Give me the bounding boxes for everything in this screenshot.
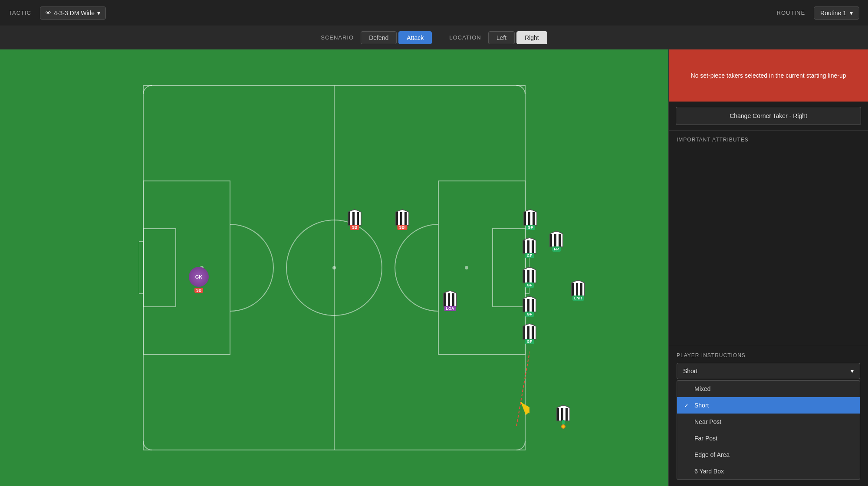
dropdown-item[interactable]: ✓Short [677, 397, 860, 414]
dropdown-checkmark: ✓ [684, 402, 690, 409]
svg-rect-23 [528, 212, 530, 225]
svg-rect-6 [139, 242, 143, 294]
svg-rect-26 [554, 234, 556, 247]
location-label: LOCATION [449, 34, 481, 41]
tactic-selector[interactable]: 👁 4-3-3 DM Wide ▾ [40, 7, 106, 20]
player-field-8[interactable]: GF [520, 323, 539, 342]
svg-rect-29 [527, 240, 529, 253]
corner-dot [561, 424, 566, 429]
gk-badge: SB [194, 288, 204, 293]
tactic-chevron-icon: ▾ [97, 10, 100, 16]
svg-rect-30 [532, 240, 534, 253]
dropdown-item-label: Far Post [694, 435, 717, 442]
svg-line-13 [521, 402, 529, 417]
right-panel: No set-piece takers selected in the curr… [668, 49, 868, 486]
tactic-label: TACTIC [9, 10, 31, 16]
instructions-dropdown-menu: Mixed✓ShortNear PostFar PostEdge of Area… [677, 380, 860, 480]
alert-box: No set-piece takers selected in the curr… [669, 49, 868, 102]
dropdown-item-label: Mixed [694, 385, 710, 392]
player-field-1[interactable]: SBI [393, 209, 412, 228]
pitch-container: GK SB SB SBI GF [0, 49, 668, 486]
svg-rect-21 [404, 212, 407, 225]
dropdown-item[interactable]: Far Post [677, 430, 860, 447]
svg-rect-4 [143, 181, 230, 355]
important-attributes-section: IMPORTANT ATTRIBUTES [669, 130, 868, 153]
dropdown-chevron-icon: ▾ [851, 368, 854, 374]
player-badge: GF [525, 339, 534, 344]
svg-point-11 [465, 266, 468, 269]
topbar: TACTIC 👁 4-3-3 DM Wide ▾ ROUTINE Routine… [0, 0, 868, 26]
svg-rect-20 [400, 212, 402, 225]
player-badge: SB [350, 225, 359, 230]
svg-point-2 [286, 220, 382, 315]
scenario-bar: SCENARIO Defend Attack LOCATION Left Rig… [0, 26, 868, 49]
location-btn-group: Left Right [488, 31, 547, 44]
player-gk[interactable]: GK SB [189, 267, 209, 293]
player-field-7[interactable]: GF [520, 296, 539, 315]
svg-rect-42 [532, 326, 534, 339]
svg-rect-24 [533, 212, 535, 225]
svg-rect-27 [559, 234, 561, 247]
player-instructions-title: PLAYER INSTRUCTIONS [677, 352, 860, 358]
pitch: GK SB SB SBI GF [139, 81, 529, 454]
player-field-0[interactable]: SB [345, 209, 364, 228]
player-field-3[interactable]: FP [547, 231, 566, 250]
dropdown-item-label: Edge of Area [694, 451, 730, 458]
player-badge: GF [526, 225, 535, 230]
dropdown-item-label: Near Post [694, 418, 721, 425]
svg-rect-48 [566, 408, 568, 421]
alert-text: No set-piece takers selected in the curr… [691, 71, 846, 80]
svg-rect-5 [143, 229, 176, 307]
routine-selector[interactable]: Routine 1 ▾ [814, 7, 859, 20]
svg-rect-45 [452, 293, 454, 306]
attack-button[interactable]: Attack [398, 31, 432, 44]
instructions-dropdown-selected[interactable]: Short ▾ [677, 363, 860, 379]
right-button[interactable]: Right [516, 31, 547, 44]
scenario-label: SCENARIO [321, 34, 354, 41]
player-badge: GF [525, 253, 534, 258]
player-badge: SBI [397, 225, 407, 230]
player-badge: LOA [444, 306, 456, 311]
svg-rect-33 [532, 270, 534, 283]
svg-rect-36 [580, 283, 582, 296]
svg-rect-38 [527, 299, 529, 312]
dropdown-item-label: 6 Yard Box [694, 468, 724, 475]
player-badge: GF [525, 312, 534, 317]
dropdown-item[interactable]: Mixed [677, 381, 860, 397]
player-field-9[interactable]: LOA [441, 290, 460, 309]
player-instructions-section: PLAYER INSTRUCTIONS Short ▾ Mixed✓ShortN… [669, 346, 868, 486]
player-badge: FP [552, 246, 561, 252]
scenario-btn-group: Defend Attack [361, 31, 432, 44]
left-button[interactable]: Left [488, 31, 515, 44]
player-badge: GF [525, 282, 534, 288]
defend-button[interactable]: Defend [361, 31, 397, 44]
svg-rect-35 [576, 283, 578, 296]
svg-rect-32 [527, 270, 529, 283]
player-field-2[interactable]: GF [521, 209, 540, 228]
dropdown-item[interactable]: Near Post [677, 414, 860, 430]
dropdown-item-label: Short [694, 402, 709, 409]
dropdown-item[interactable]: 6 Yard Box [677, 463, 860, 479]
svg-rect-44 [448, 293, 450, 306]
change-taker-button[interactable]: Change Corner Taker - Right [676, 107, 861, 125]
svg-rect-39 [532, 299, 534, 312]
svg-rect-41 [527, 326, 529, 339]
routine-chevron-icon: ▾ [850, 10, 853, 16]
routine-label: ROUTINE [777, 10, 806, 16]
gk-shirt: GK [189, 267, 209, 287]
svg-rect-17 [352, 212, 355, 225]
important-attributes-title: IMPORTANT ATTRIBUTES [677, 137, 860, 143]
player-field-6[interactable]: LNR [569, 280, 588, 299]
dropdown-selected-value: Short [683, 368, 697, 374]
dropdown-item[interactable]: Edge of Area [677, 447, 860, 463]
player-field-5[interactable]: GF [520, 267, 539, 286]
svg-point-3 [332, 266, 336, 269]
tactic-value: 4-3-3 DM Wide [54, 10, 95, 16]
player-field-4[interactable]: GF [520, 237, 539, 256]
svg-rect-8 [438, 181, 525, 355]
main: GK SB SB SBI GF [0, 49, 868, 486]
change-taker-label: Change Corner Taker - Right [730, 112, 807, 119]
player-badge: LNR [572, 296, 584, 301]
svg-rect-18 [357, 212, 359, 225]
corner-player[interactable] [553, 404, 573, 424]
